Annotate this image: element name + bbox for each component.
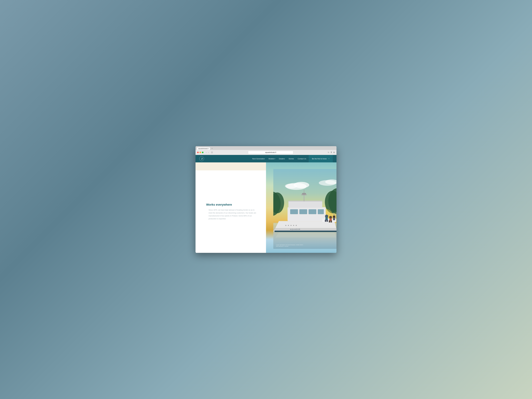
address-bar-wrapper: aquadorboats.fi bbox=[215, 151, 327, 154]
section-body: Since 1970, we have kept abreast of boat… bbox=[206, 209, 258, 220]
svg-point-44 bbox=[288, 225, 289, 226]
svg-text:AQUADOR: AQUADOR bbox=[290, 228, 301, 230]
svg-rect-27 bbox=[304, 195, 304, 201]
svg-rect-23 bbox=[309, 209, 317, 214]
caption-line-1: A VAST NETWORK FOR MAINTENANCE, SPARE PA… bbox=[276, 244, 303, 246]
svg-point-43 bbox=[285, 225, 286, 226]
image-caption: A VAST NETWORK FOR MAINTENANCE, SPARE PA… bbox=[276, 244, 303, 247]
cta-link[interactable]: Be the first to know → bbox=[312, 158, 330, 160]
boat-image-container: AQUADOR bbox=[273, 169, 336, 249]
url-text: aquadorboats.fi bbox=[265, 152, 276, 153]
nav-link-next-generation[interactable]: Next Generation bbox=[250, 158, 267, 160]
svg-point-45 bbox=[291, 225, 291, 226]
share-button[interactable]: ⬆ bbox=[330, 151, 332, 154]
caption-line-2: AND WARRANTY ISSUES. bbox=[276, 246, 303, 247]
svg-rect-22 bbox=[299, 209, 307, 214]
nav-buttons: ‹ › bbox=[205, 151, 209, 154]
svg-point-50 bbox=[285, 184, 297, 189]
logo-icon: Ʒ bbox=[199, 156, 204, 161]
models-label: Models bbox=[269, 158, 274, 160]
close-button[interactable] bbox=[197, 152, 199, 153]
tab-bar: aquadorboats.fi + bbox=[196, 146, 336, 150]
site-logo[interactable]: Ʒ bbox=[199, 156, 204, 161]
nav-link-contact[interactable]: Contact Us bbox=[296, 158, 308, 160]
svg-point-47 bbox=[296, 225, 297, 226]
svg-rect-24 bbox=[318, 209, 324, 214]
text-area: Works everywhere Since 1970, we have kep… bbox=[196, 170, 266, 253]
nav-link-stories[interactable]: Stories bbox=[287, 158, 296, 160]
forward-button[interactable]: › bbox=[208, 151, 209, 154]
nav-item-stories[interactable]: Stories bbox=[287, 158, 296, 160]
svg-rect-38 bbox=[329, 220, 330, 222]
svg-rect-39 bbox=[331, 220, 332, 222]
browser-tab[interactable]: aquadorboats.fi bbox=[196, 147, 210, 150]
browser-titlebar: ‹ › ⊡ aquadorboats.fi ↻ ⬆ ⊕ bbox=[196, 150, 336, 155]
cta-label: Be the first to know bbox=[312, 158, 327, 160]
nav-link-dealers[interactable]: Dealers bbox=[277, 158, 287, 160]
add-tab-button[interactable]: ⊕ bbox=[333, 151, 335, 154]
nav-links: Next Generation Models ▾ Dealers Stories… bbox=[250, 158, 308, 160]
back-button[interactable]: ‹ bbox=[205, 151, 207, 154]
sidebar-button[interactable]: ⊡ bbox=[210, 151, 214, 154]
nav-item-dealers[interactable]: Dealers bbox=[277, 158, 287, 160]
svg-rect-34 bbox=[325, 220, 326, 222]
svg-rect-41 bbox=[333, 218, 335, 220]
left-panel: Works everywhere Since 1970, we have kep… bbox=[196, 162, 266, 253]
svg-rect-19 bbox=[274, 231, 336, 232]
browser-actions: ↻ ⬆ ⊕ bbox=[328, 151, 335, 154]
svg-point-46 bbox=[293, 225, 294, 226]
traffic-lights bbox=[197, 152, 203, 153]
nav-item-contact[interactable]: Contact Us bbox=[296, 158, 308, 160]
cta-button[interactable]: Be the first to know → bbox=[309, 155, 333, 162]
svg-rect-26 bbox=[288, 201, 322, 202]
main-content: Works everywhere Since 1970, we have kep… bbox=[196, 162, 336, 253]
tab-label: aquadorboats.fi bbox=[198, 148, 209, 149]
dropdown-chevron: ▾ bbox=[274, 158, 275, 159]
navigation: Ʒ Next Generation Models ▾ Dealers St bbox=[196, 155, 336, 162]
svg-point-40 bbox=[333, 215, 335, 218]
svg-rect-11 bbox=[336, 212, 336, 219]
maximize-button[interactable] bbox=[202, 152, 203, 153]
logo-symbol: Ʒ bbox=[201, 158, 203, 160]
browser-window: aquadorboats.fi + ‹ › ⊡ aquadorboats.fi … bbox=[196, 146, 336, 253]
minimize-button[interactable] bbox=[200, 152, 201, 153]
nav-link-models[interactable]: Models ▾ bbox=[267, 158, 277, 160]
section-title: Works everywhere bbox=[206, 203, 258, 206]
website-content: Ʒ Next Generation Models ▾ Dealers St bbox=[196, 155, 336, 253]
new-tab-button[interactable]: + bbox=[211, 147, 214, 150]
nav-item-models[interactable]: Models ▾ bbox=[267, 158, 277, 160]
svg-rect-35 bbox=[327, 220, 328, 222]
svg-rect-21 bbox=[290, 209, 298, 214]
cta-arrow-icon: → bbox=[328, 158, 330, 160]
reload-button[interactable]: ↻ bbox=[328, 151, 329, 153]
boat-scene-svg: AQUADOR bbox=[273, 169, 336, 249]
svg-rect-25 bbox=[288, 201, 322, 208]
nav-item-next-generation[interactable]: Next Generation bbox=[250, 158, 267, 160]
top-banner bbox=[196, 162, 266, 170]
address-bar[interactable]: aquadorboats.fi bbox=[248, 151, 293, 154]
svg-point-36 bbox=[329, 216, 332, 219]
right-panel: AQUADOR bbox=[266, 162, 336, 253]
svg-rect-30 bbox=[304, 190, 304, 195]
